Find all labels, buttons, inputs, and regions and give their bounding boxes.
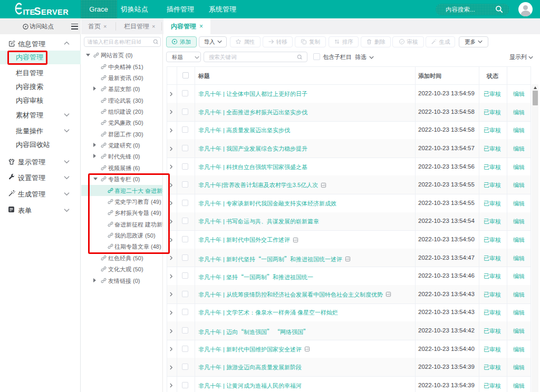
svg-text:ITE: ITE <box>23 8 35 16</box>
svg-text:ERVER: ERVER <box>41 8 69 16</box>
svg-text:S: S <box>34 5 41 16</box>
